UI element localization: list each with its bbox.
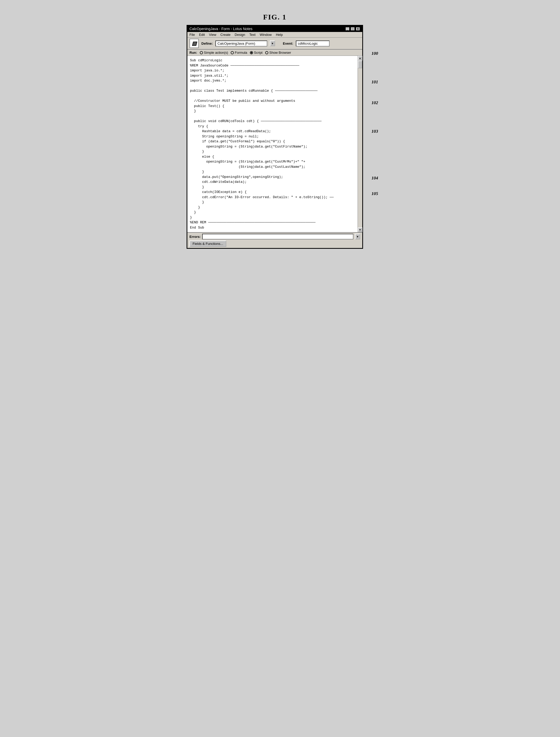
maximize-button[interactable]: □ [350,27,355,31]
radio-show-browser[interactable]: Show Browser [265,51,291,55]
menu-bar: File Edit View Create Design Text Window… [187,32,362,38]
menu-text[interactable]: Text [249,33,256,37]
window-controls: _ □ X [345,27,360,31]
title-bar: CalcOpeningJava - Form - Lotus Notes _ □… [187,26,362,32]
fields-functions-button[interactable]: Fields & Functions... [189,240,226,247]
code-text[interactable]: Sub cdMicroLogic %REM JavaSourceCode ───… [187,56,358,232]
radio-browser-label: Show Browser [269,51,291,55]
scroll-down-button[interactable]: ▼ [358,227,363,232]
menu-view[interactable]: View [209,33,216,37]
close-button[interactable]: X [356,27,360,31]
figure-title: FIG. 1 [187,13,363,21]
minimize-button[interactable]: _ [345,27,350,31]
menu-help[interactable]: Help [276,33,283,37]
event-label: Event: [283,42,293,45]
menu-file[interactable]: File [189,33,195,37]
radio-script-icon [250,51,253,54]
menu-design[interactable]: Design [235,33,245,37]
annotation-105: 105 [372,191,378,196]
errors-input[interactable] [202,234,353,239]
radio-simple-actions[interactable]: Simple action(s) [200,51,228,55]
radio-simple-icon [200,51,203,54]
radio-formula-icon [231,51,234,54]
radio-browser-icon [265,51,268,54]
event-input[interactable] [296,40,330,46]
radio-script[interactable]: Script [250,51,263,55]
define-label: Define: [201,42,213,45]
define-input[interactable] [215,40,267,46]
scroll-track [358,60,362,227]
menu-create[interactable]: Create [220,33,230,37]
annotation-103: 103 [372,129,378,134]
annotation-102: 102 [372,100,378,105]
radio-formula[interactable]: Formula [231,51,247,55]
application-window: CalcOpeningJava - Form - Lotus Notes _ □… [187,25,363,249]
code-editor: Sub cdMicroLogic %REM JavaSourceCode ───… [187,56,362,232]
define-dropdown-button[interactable]: ▼ [270,40,275,46]
run-label: Run: [189,51,197,55]
scroll-up-button[interactable]: ▲ [358,56,363,60]
lotus-logo: ▧ [189,39,199,48]
scroll-thumb[interactable] [358,60,362,68]
toolbar: ▧ Define: ▼ Event: [187,38,362,50]
run-bar: Run: Simple action(s) Formula Script Sho… [187,50,362,56]
scrollbar[interactable]: ▲ ▼ [358,56,362,232]
radio-script-label: Script [254,51,263,55]
window-title: CalcOpeningJava - Form - Lotus Notes [189,27,252,31]
bottom-bar: Errors: ▼ Fields & Functions... [187,232,362,248]
radio-simple-label: Simple action(s) [204,51,228,55]
menu-window[interactable]: Window [260,33,272,37]
annotation-101: 101 [372,79,378,85]
menu-edit[interactable]: Edit [199,33,205,37]
radio-formula-label: Formula [235,51,247,55]
annotation-104: 104 [372,175,378,181]
errors-label: Errors: [189,235,201,239]
fields-functions-row: Fields & Functions... [189,240,360,247]
errors-dropdown-button[interactable]: ▼ [355,234,360,239]
errors-row: Errors: ▼ [189,234,360,239]
annotation-100: 100 [372,51,378,56]
